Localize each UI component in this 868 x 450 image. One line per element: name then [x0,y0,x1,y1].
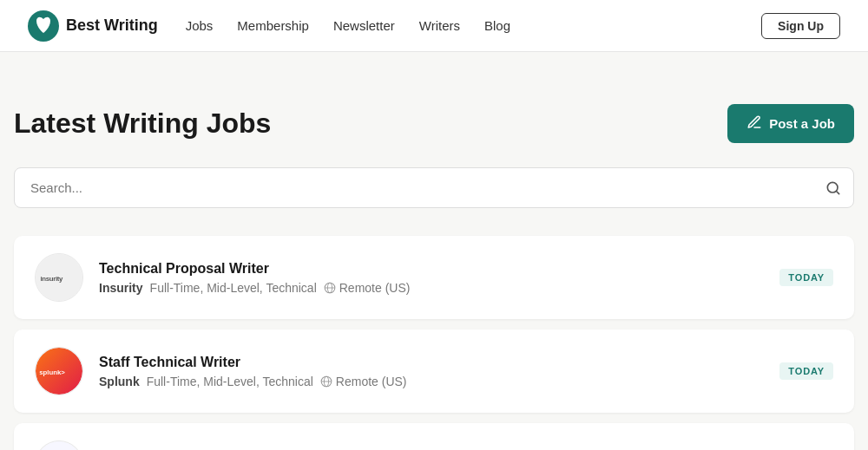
job-title: Staff Technical Writer [99,355,764,370]
page-title: Latest Writing Jobs [14,108,271,140]
main-content: Latest Writing Jobs Post a Job [0,52,868,450]
navbar-right: Sign Up [761,13,840,39]
location-icon [324,282,336,294]
signup-button[interactable]: Sign Up [761,13,840,39]
svg-text:splunk>: splunk> [39,368,65,376]
job-card[interactable]: splunk> Staff Technical Writer Splunk Fu… [14,329,854,413]
brand-name: Best Writing [66,16,158,35]
svg-text:insurity: insurity [40,275,63,283]
search-input[interactable] [14,167,854,208]
search-container [14,167,854,208]
logo-icon [28,10,59,42]
post-job-button[interactable]: Post a Job [727,104,854,143]
job-company: Insurity [99,281,143,295]
post-job-icon [746,114,762,133]
company-logo: splunk> [35,347,83,395]
nav-jobs[interactable]: Jobs [186,18,214,33]
job-details: Full-Time, Mid-Level, Technical [150,281,317,295]
bloom-logo: b loom [36,441,82,450]
company-logo: b loom [35,440,83,450]
nav-membership[interactable]: Membership [237,18,309,33]
search-button[interactable] [825,179,842,197]
company-logo: insurity [35,253,83,302]
job-location: Remote (US) [324,281,411,295]
nav-newsletter[interactable]: Newsletter [333,18,395,33]
navbar: Best Writing Jobs Membership Newsletter … [0,0,868,52]
job-meta: Splunk Full-Time, Mid-Level, Technical R… [99,375,764,388]
main-nav: Jobs Membership Newsletter Writers Blog [186,18,761,33]
job-details: Full-Time, Mid-Level, Technical [147,375,313,388]
job-info: Technical Proposal Writer Insurity Full-… [99,261,764,295]
job-company: Splunk [99,375,140,388]
insurity-logo: insurity [36,254,82,301]
location-icon [320,375,332,388]
splunk-logo: splunk> [36,348,82,395]
nav-blog[interactable]: Blog [484,18,510,33]
job-badge: TODAY [779,362,833,380]
page-header: Latest Writing Jobs Post a Job [14,104,854,143]
search-icon [825,179,842,197]
job-card[interactable]: b loom Script Writer Bloom Full-Time, Mi… [14,423,854,450]
job-meta: Insurity Full-Time, Mid-Level, Technical… [99,281,764,295]
job-location: Remote (US) [320,375,407,388]
job-card[interactable]: insurity Technical Proposal Writer Insur… [14,236,854,319]
nav-writers[interactable]: Writers [419,18,460,33]
job-title: Technical Proposal Writer [99,261,764,277]
job-badge: TODAY [779,269,833,286]
post-job-label: Post a Job [769,116,835,131]
brand-logo[interactable]: Best Writing [28,10,158,42]
job-info: Staff Technical Writer Splunk Full-Time,… [99,355,764,388]
job-list: insurity Technical Proposal Writer Insur… [14,236,854,450]
